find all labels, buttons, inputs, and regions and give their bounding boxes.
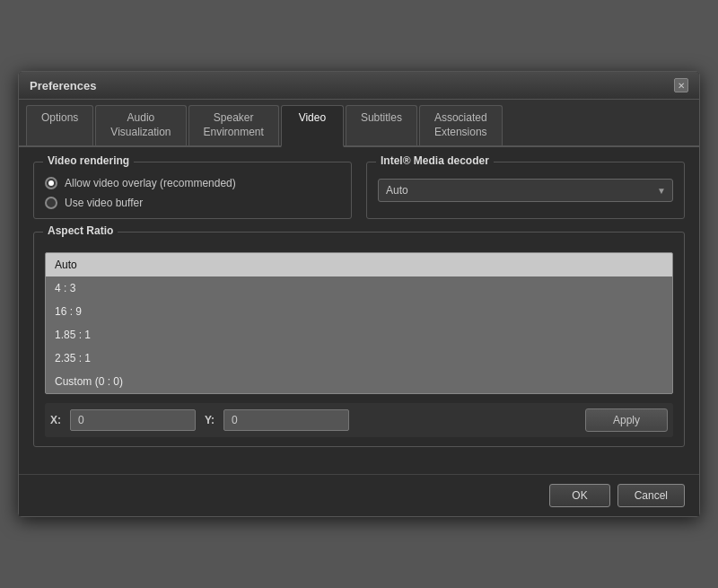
- top-row: Video rendering Allow video overlay (rec…: [33, 162, 685, 219]
- x-label: X:: [50, 414, 61, 426]
- aspect-4-3[interactable]: 4 : 3: [46, 276, 672, 300]
- title-bar: Preferences ✕: [19, 72, 699, 100]
- intel-decoder-section: Intel® Media decoder Auto Off On ▼: [366, 162, 685, 219]
- tab-speaker-environment[interactable]: Speaker Environment: [188, 105, 279, 145]
- close-button[interactable]: ✕: [674, 78, 688, 92]
- intel-decoder-select[interactable]: Auto Off On: [378, 179, 673, 202]
- tab-video[interactable]: Video: [281, 105, 344, 146]
- y-label: Y:: [205, 414, 215, 426]
- radio-overlay-circle: [45, 177, 57, 189]
- radio-buffer-label: Use video buffer: [65, 197, 143, 209]
- radio-buffer[interactable]: Use video buffer: [45, 197, 340, 209]
- ok-button[interactable]: OK: [549, 484, 609, 507]
- aspect-1-85[interactable]: 1.85 : 1: [46, 323, 672, 347]
- video-rendering-title: Video rendering: [43, 154, 134, 167]
- video-rendering-options: Allow video overlay (recommended) Use vi…: [45, 177, 340, 209]
- x-input[interactable]: [70, 409, 196, 431]
- aspect-16-9[interactable]: 16 : 9: [46, 300, 672, 323]
- intel-decoder-title: Intel® Media decoder: [376, 154, 494, 167]
- content-area: Video rendering Allow video overlay (rec…: [19, 147, 699, 474]
- radio-buffer-circle: [45, 197, 57, 209]
- xy-row: X: Y: Apply: [45, 403, 673, 437]
- tab-associated-extensions[interactable]: Associated Extensions: [419, 105, 503, 145]
- aspect-ratio-list: Auto 4 : 3 16 : 9 1.85 : 1 2.35 : 1 Cust…: [45, 252, 673, 394]
- apply-button[interactable]: Apply: [585, 408, 668, 432]
- tab-options[interactable]: Options: [26, 105, 93, 145]
- tab-audio-visualization[interactable]: Audio Visualization: [95, 105, 186, 145]
- preferences-dialog: Preferences ✕ Options Audio Visualizatio…: [18, 71, 700, 516]
- tab-bar: Options Audio Visualization Speaker Envi…: [19, 100, 699, 146]
- aspect-custom[interactable]: Custom (0 : 0): [46, 370, 672, 393]
- radio-overlay-label: Allow video overlay (recommended): [65, 177, 236, 189]
- aspect-2-35[interactable]: 2.35 : 1: [46, 347, 672, 370]
- aspect-ratio-title: Aspect Ratio: [43, 224, 118, 237]
- cancel-button[interactable]: Cancel: [617, 484, 685, 507]
- video-rendering-section: Video rendering Allow video overlay (rec…: [33, 162, 352, 219]
- y-input[interactable]: [223, 409, 349, 431]
- radio-overlay[interactable]: Allow video overlay (recommended): [45, 177, 340, 189]
- dialog-title: Preferences: [30, 79, 96, 92]
- intel-decoder-select-wrapper: Auto Off On ▼: [378, 179, 673, 202]
- tab-subtitles[interactable]: Subtitles: [346, 105, 417, 145]
- aspect-auto[interactable]: Auto: [46, 253, 672, 276]
- footer: OK Cancel: [19, 474, 699, 516]
- aspect-ratio-section: Aspect Ratio Auto 4 : 3 16 : 9 1.85 : 1 …: [33, 232, 685, 447]
